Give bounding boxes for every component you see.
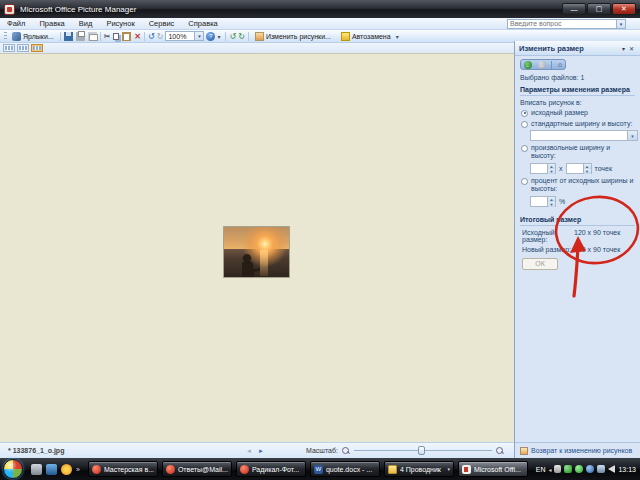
network-icon[interactable] [597, 465, 605, 473]
radio-icon [521, 145, 528, 152]
start-button[interactable] [3, 459, 23, 479]
taskbar-window-otvety-mail[interactable]: Ответы@Mail... [162, 461, 232, 477]
zoom-dropdown-icon[interactable] [195, 31, 204, 41]
tray-messenger-icon[interactable] [564, 465, 572, 473]
toolbar-separator [100, 32, 101, 41]
option-original-size[interactable]: исходный размер [521, 109, 635, 117]
volume-icon[interactable] [608, 465, 615, 473]
quicklaunch-more-icon[interactable] [76, 466, 80, 473]
taskbar-window-label: Microsoft Offi... [474, 466, 521, 473]
undo-icon[interactable]: ↺ [148, 32, 155, 41]
pane-nav-bar [520, 59, 566, 70]
tray-activity-icon[interactable] [554, 465, 561, 473]
ask-question-input[interactable] [507, 19, 617, 29]
menu-file[interactable]: Файл [0, 18, 32, 29]
menu-view[interactable]: Вид [72, 18, 100, 29]
autocorrect-button[interactable]: Автозамена [338, 31, 394, 42]
print-icon[interactable] [76, 32, 85, 41]
taskbar-window-radikal-foto[interactable]: Радикал-Фот... [236, 461, 306, 477]
option-custom-size-label: произвольные ширину и высоту: [531, 144, 635, 160]
zoom-in-icon[interactable] [496, 447, 504, 455]
pane-footer: Возврат к изменению рисунков [515, 442, 640, 458]
rotate-left-icon[interactable]: ↺ [229, 32, 236, 41]
next-picture-icon[interactable]: ► [258, 448, 264, 454]
zoom-slider-track[interactable] [354, 450, 492, 451]
quicklaunch-app-icon[interactable] [61, 464, 72, 475]
tray-status-blue-icon[interactable] [586, 465, 594, 473]
toolbar-overflow-icon[interactable]: ▾ [215, 33, 222, 40]
paste-icon[interactable] [122, 32, 131, 41]
spinner-arrows-icon[interactable]: ▲▼ [583, 164, 591, 173]
percent-sign-label: % [559, 198, 565, 205]
sunset-photo[interactable] [224, 227, 289, 277]
selected-files-count: Выбрано файлов: 1 [520, 74, 635, 81]
taskbar-window-quote-docx[interactable]: quote.docx - ... [310, 461, 380, 477]
question-dropdown-icon[interactable] [617, 19, 626, 29]
pane-back-icon[interactable] [524, 61, 532, 69]
spinner-arrows-icon[interactable]: ▲▼ [547, 164, 555, 173]
autocorrect-icon [341, 32, 350, 41]
minimize-button[interactable]: — [562, 3, 586, 15]
radio-icon [521, 121, 528, 128]
quicklaunch-desktop-icon[interactable] [46, 464, 57, 475]
redo-icon[interactable]: ↻ [157, 32, 164, 41]
return-icon [520, 447, 528, 455]
toolbar-separator [60, 32, 61, 41]
menu-edit[interactable]: Правка [32, 18, 71, 29]
shortcuts-button[interactable]: Ярлыки... [9, 31, 57, 42]
quicklaunch-switcher-icon[interactable] [31, 464, 42, 475]
standard-size-dropdown[interactable] [530, 130, 638, 141]
save-icon[interactable] [64, 32, 73, 41]
tray-chevron-icon[interactable] [548, 466, 551, 473]
language-indicator[interactable]: EN [536, 466, 546, 473]
zoom-out-icon[interactable] [342, 447, 350, 455]
pane-dropdown-icon[interactable]: ▾ [620, 45, 627, 52]
toolbar-overflow-icon[interactable]: ▾ [394, 33, 401, 40]
taskbar-window-label: Ответы@Mail... [178, 466, 228, 473]
custom-width-input[interactable]: ▲▼ [530, 163, 556, 174]
tray-status-green-icon[interactable] [575, 465, 583, 473]
percent-input[interactable]: ▲▼ [530, 196, 556, 207]
zoom-combo[interactable]: 100% [165, 31, 204, 41]
ok-button[interactable]: ОК [522, 258, 558, 270]
rotate-right-icon[interactable]: ↻ [238, 32, 245, 41]
taskbar-window-label: 4 Проводник [400, 466, 441, 473]
option-standard-size-label: стандартные ширину и высоту: [531, 120, 632, 128]
option-standard-size[interactable]: стандартные ширину и высоту: [521, 120, 635, 128]
title-bar: Microsoft Office Picture Manager — ▢ ✕ [0, 0, 640, 18]
pane-close-icon[interactable]: ✕ [627, 45, 636, 52]
filmstrip-view-icon[interactable] [17, 44, 29, 52]
option-custom-size[interactable]: произвольные ширину и высоту: [521, 144, 635, 160]
taskbar-group-explorer[interactable]: 4 Проводник [384, 461, 454, 477]
menu-picture[interactable]: Рисунок [99, 18, 141, 29]
app-icon [4, 4, 15, 15]
option-percent-label: процент от исходных ширины и высоты: [531, 177, 635, 193]
screen: Microsoft Office Picture Manager — ▢ ✕ Ф… [0, 0, 640, 480]
zoom-slider-thumb[interactable] [418, 446, 425, 455]
by-label: x [559, 165, 563, 172]
menu-tools[interactable]: Сервис [142, 18, 182, 29]
return-to-editing-link[interactable]: Возврат к изменению рисунков [531, 447, 632, 454]
cut-icon[interactable]: ✂ [104, 32, 111, 41]
copy-icon[interactable] [113, 33, 119, 40]
single-picture-view-icon[interactable] [31, 44, 43, 52]
menu-help[interactable]: Справка [181, 18, 224, 29]
taskbar-window-masterskaya[interactable]: Мастерская в... [88, 461, 158, 477]
maximize-button[interactable]: ▢ [587, 3, 611, 15]
option-percent[interactable]: процент от исходных ширины и высоты: [521, 177, 635, 193]
pane-home-icon[interactable] [558, 61, 562, 69]
custom-height-input[interactable]: ▲▼ [566, 163, 592, 174]
dropdown-arrow-icon[interactable] [627, 131, 637, 140]
previous-picture-icon[interactable]: ◄ [246, 448, 252, 454]
help-icon[interactable]: ? [206, 32, 215, 41]
edit-pictures-button[interactable]: Изменить рисунки... [252, 31, 334, 42]
window-title: Microsoft Office Picture Manager [20, 5, 562, 14]
picture-manager-icon [462, 465, 471, 474]
spinner-arrows-icon[interactable]: ▲▼ [547, 197, 555, 206]
mail-icon[interactable] [88, 32, 97, 41]
delete-icon[interactable]: ✕ [134, 32, 141, 41]
pane-forward-icon[interactable] [538, 61, 546, 69]
taskbar-window-picture-manager[interactable]: Microsoft Offi... [458, 461, 528, 477]
close-button[interactable]: ✕ [612, 3, 636, 15]
thumbnail-view-icon[interactable] [3, 44, 15, 52]
